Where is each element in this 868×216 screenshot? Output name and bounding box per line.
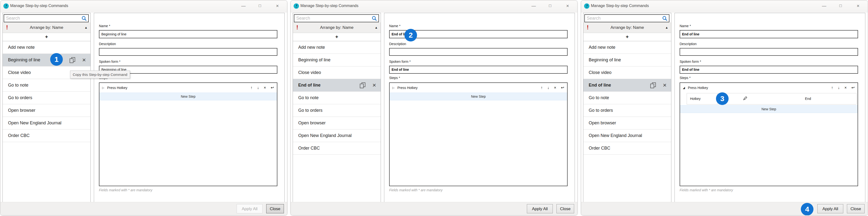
- apply-all-button[interactable]: Apply All: [817, 204, 843, 213]
- list-item-selected[interactable]: End of line ×: [583, 79, 671, 92]
- delete-command-icon[interactable]: ×: [663, 79, 666, 91]
- add-command-button[interactable]: +: [3, 33, 90, 41]
- close-window-icon[interactable]: ×: [565, 0, 570, 11]
- arrange-by-label: Arrange by: Name: [583, 22, 671, 33]
- name-label: Name *: [680, 24, 691, 28]
- list-item[interactable]: Open New England Journal: [3, 117, 90, 129]
- apply-all-button[interactable]: Apply All: [237, 204, 262, 213]
- list-item[interactable]: Close video: [583, 66, 671, 79]
- arrange-by-header[interactable]: ! Arrange by: Name ▲: [293, 22, 381, 33]
- search-icon[interactable]: [662, 16, 668, 21]
- close-button[interactable]: Close: [847, 204, 865, 213]
- app-icon: [584, 3, 589, 9]
- spoken-form-field[interactable]: End of line: [389, 66, 567, 74]
- list-item[interactable]: Go to note: [293, 92, 381, 104]
- command-detail-panel: Name * Beginning of line Description Spo…: [94, 13, 285, 203]
- name-field[interactable]: Beginning of line: [99, 30, 277, 38]
- list-item[interactable]: Go to note: [3, 79, 90, 92]
- spoken-form-label: Spoken form *: [389, 60, 411, 63]
- list-item[interactable]: Order CBC: [3, 129, 90, 142]
- list-item[interactable]: Add new note: [583, 41, 671, 54]
- dialog-window-1: Manage Step-by-step Commands — □ × ! Arr…: [0, 0, 287, 216]
- copy-command-icon[interactable]: [360, 83, 366, 88]
- undo-step-icon[interactable]: ↩: [271, 86, 274, 90]
- list-item[interactable]: Order CBC: [583, 142, 671, 155]
- delete-step-icon[interactable]: ×: [554, 86, 556, 90]
- search-input[interactable]: [4, 15, 88, 22]
- close-button[interactable]: Close: [556, 204, 574, 213]
- command-list: Add new note Beginning of line Close vid…: [583, 41, 671, 203]
- move-up-icon[interactable]: ↑: [831, 86, 833, 90]
- move-up-icon[interactable]: ↑: [541, 86, 542, 90]
- expander-expanded-icon[interactable]: ◢: [683, 83, 685, 93]
- move-down-icon[interactable]: ↓: [838, 86, 840, 90]
- step-row[interactable]: ▷ Press Hotkey ↑ ↓ × ↩: [99, 83, 277, 93]
- search-icon[interactable]: [82, 16, 87, 21]
- close-button[interactable]: Close: [266, 204, 284, 213]
- add-command-button[interactable]: +: [293, 33, 381, 41]
- list-item-selected[interactable]: Beginning of line ×: [3, 54, 90, 66]
- step-row[interactable]: ▷ Press Hotkey ↑ ↓ × ↩: [390, 83, 567, 93]
- titlebar: Manage Step-by-step Commands — □ ×: [581, 0, 868, 12]
- close-window-icon[interactable]: ×: [855, 0, 861, 11]
- list-item[interactable]: Go to note: [583, 92, 671, 104]
- list-item-selected[interactable]: End of line ×: [293, 79, 381, 92]
- delete-step-icon[interactable]: ×: [264, 86, 266, 90]
- delete-command-icon[interactable]: ×: [372, 79, 376, 91]
- add-command-button[interactable]: +: [583, 33, 671, 41]
- expander-collapsed-icon[interactable]: ▷: [102, 83, 104, 93]
- search-icon[interactable]: [372, 16, 377, 21]
- delete-step-icon[interactable]: ×: [844, 86, 847, 90]
- step-toolbar: ↑ ↓ × ↩: [537, 83, 564, 93]
- search-box: [4, 14, 89, 22]
- new-step-button[interactable]: New Step: [99, 93, 277, 100]
- copy-command-icon[interactable]: [70, 57, 75, 63]
- list-item[interactable]: Close video: [293, 66, 381, 79]
- apply-all-button[interactable]: Apply All: [527, 204, 553, 213]
- minimize-icon[interactable]: —: [241, 0, 246, 11]
- move-down-icon[interactable]: ↓: [257, 86, 259, 90]
- search-input[interactable]: [585, 15, 669, 22]
- undo-step-icon[interactable]: ↩: [561, 86, 564, 90]
- list-item[interactable]: Open browser: [293, 117, 381, 129]
- new-step-button[interactable]: New Step: [390, 93, 567, 100]
- list-item[interactable]: Order CBC: [293, 142, 381, 155]
- description-field[interactable]: [680, 48, 858, 56]
- footer-bar: Apply All Close: [0, 202, 287, 215]
- step-row[interactable]: ◢ Press Hotkey ↑ ↓ × ↩: [680, 83, 858, 93]
- maximize-icon[interactable]: □: [838, 0, 843, 11]
- move-down-icon[interactable]: ↓: [547, 86, 549, 90]
- new-step-button[interactable]: New Step: [680, 105, 858, 113]
- search-input[interactable]: [294, 15, 378, 22]
- steps-list: ▷ Press Hotkey ↑ ↓ × ↩ New Step: [389, 83, 567, 186]
- description-field[interactable]: [99, 48, 277, 56]
- list-item[interactable]: Beginning of line: [583, 54, 671, 66]
- list-item[interactable]: Go to orders: [3, 92, 90, 104]
- list-item[interactable]: Add new note: [293, 41, 381, 54]
- copy-command-icon[interactable]: [650, 83, 656, 88]
- minimize-icon[interactable]: —: [821, 0, 827, 11]
- callout-4: 4: [801, 203, 813, 216]
- expander-collapsed-icon[interactable]: ▷: [392, 83, 395, 93]
- maximize-icon[interactable]: □: [547, 0, 553, 11]
- edit-hotkey-icon[interactable]: [742, 96, 747, 101]
- delete-command-icon[interactable]: ×: [82, 54, 86, 66]
- maximize-icon[interactable]: □: [257, 0, 263, 11]
- list-item[interactable]: Add new note: [3, 41, 90, 54]
- spoken-form-field[interactable]: End of line: [680, 66, 858, 74]
- list-item[interactable]: Go to orders: [293, 104, 381, 117]
- list-item[interactable]: Open browser: [3, 104, 90, 117]
- minimize-icon[interactable]: —: [531, 0, 536, 11]
- list-item[interactable]: Open New England Journal: [293, 129, 381, 142]
- description-field[interactable]: [389, 48, 567, 56]
- move-up-icon[interactable]: ↑: [250, 86, 252, 90]
- arrange-by-header[interactable]: ! Arrange by: Name ▲: [583, 22, 671, 33]
- list-item[interactable]: Beginning of line: [293, 54, 381, 66]
- arrange-by-header[interactable]: ! Arrange by: Name ▲: [3, 22, 90, 33]
- undo-step-icon[interactable]: ↩: [851, 86, 855, 90]
- name-field[interactable]: End of line: [680, 30, 858, 38]
- list-item[interactable]: Go to orders: [583, 104, 671, 117]
- list-item[interactable]: Open New England Journal: [583, 129, 671, 142]
- close-window-icon[interactable]: ×: [275, 0, 280, 11]
- list-item[interactable]: Open browser: [583, 117, 671, 129]
